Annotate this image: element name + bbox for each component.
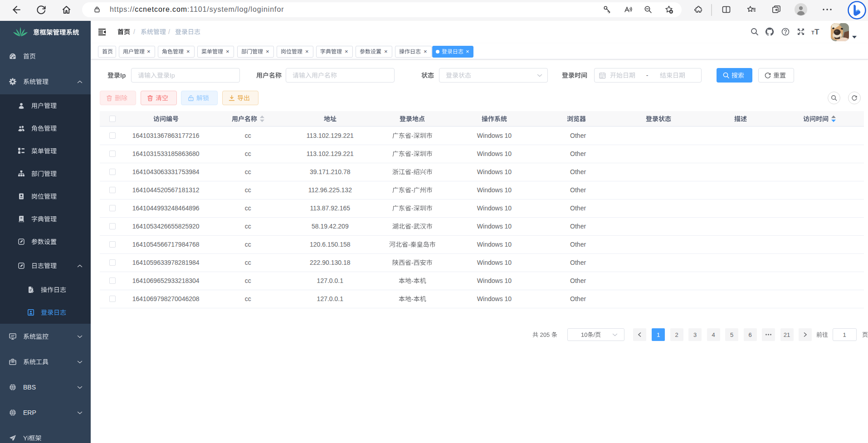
svg-text:T: T <box>814 28 819 36</box>
svg-text:T: T <box>811 30 814 35</box>
